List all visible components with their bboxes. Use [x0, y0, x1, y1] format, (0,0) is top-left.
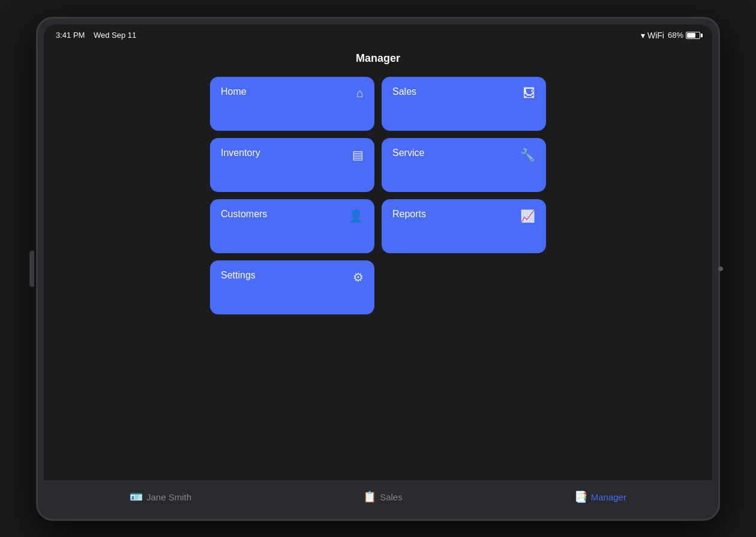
battery-fill: [687, 33, 695, 38]
wifi-icon: ▾ WiFi: [641, 31, 664, 40]
menu-tile-home-label: Home: [221, 86, 247, 97]
jane-smith-tab-icon: 🪪: [130, 490, 143, 503]
tab-jane-smith[interactable]: 🪪 Jane Smith: [118, 485, 203, 508]
tab-sales[interactable]: 📋 Sales: [351, 485, 415, 508]
time-display: 3:41 PM: [56, 31, 85, 40]
menu-tile-reports-top: Reports 📈: [392, 209, 535, 223]
home-icon: ⌂: [356, 86, 364, 100]
tab-manager[interactable]: 📑 Manager: [562, 485, 638, 508]
settings-icon: ⚙: [353, 270, 364, 284]
inventory-icon: ▤: [352, 148, 364, 162]
ipad-frame: 3:41 PM Wed Sep 11 ▾ WiFi 68% Manager: [36, 17, 720, 521]
menu-tile-home-top: Home ⌂: [221, 86, 364, 100]
menu-tile-service-label: Service: [392, 148, 424, 158]
status-right: ▾ WiFi 68%: [641, 31, 700, 40]
menu-tile-home[interactable]: Home ⌂: [210, 77, 374, 131]
tab-sales-label: Sales: [380, 492, 403, 502]
menu-tile-settings[interactable]: Settings ⚙: [210, 260, 374, 314]
battery-text: 68%: [668, 31, 683, 40]
reports-icon: 📈: [520, 209, 535, 223]
menu-tile-inventory-label: Inventory: [221, 148, 260, 158]
service-icon: 🔧: [520, 148, 535, 162]
menu-tile-sales[interactable]: Sales ⛾: [382, 77, 546, 131]
main-content: Manager Home ⌂ Sales ⛾: [44, 46, 712, 481]
menu-tile-sales-top: Sales ⛾: [392, 86, 535, 100]
tab-jane-smith-label: Jane Smith: [146, 492, 191, 502]
tab-manager-label: Manager: [591, 492, 626, 502]
menu-tile-settings-label: Settings: [221, 270, 256, 281]
customers-icon: 👤: [349, 209, 364, 223]
menu-tile-service-top: Service 🔧: [392, 148, 535, 162]
manager-tab-icon: 📑: [574, 490, 587, 503]
menu-tile-reports[interactable]: Reports 📈: [382, 199, 546, 253]
tab-bar: 🪪 Jane Smith 📋 Sales 📑 Manager: [44, 481, 712, 513]
home-button[interactable]: [29, 251, 34, 287]
menu-tile-service[interactable]: Service 🔧: [382, 138, 546, 192]
menu-tile-inventory[interactable]: Inventory ▤: [210, 138, 374, 192]
side-camera: [718, 266, 723, 271]
menu-grid: Home ⌂ Sales ⛾ Inventory ▤: [210, 77, 546, 314]
menu-tile-sales-label: Sales: [392, 86, 416, 97]
date-display: Wed Sep 11: [94, 31, 136, 40]
menu-tile-customers-top: Customers 👤: [221, 209, 364, 223]
status-bar: 3:41 PM Wed Sep 11 ▾ WiFi 68%: [44, 25, 712, 46]
menu-tile-customers-label: Customers: [221, 209, 267, 220]
menu-tile-customers[interactable]: Customers 👤: [210, 199, 374, 253]
sales-icon: ⛾: [523, 86, 535, 100]
battery-icon: [686, 32, 700, 39]
sales-tab-icon: 📋: [363, 490, 376, 503]
page-title: Manager: [356, 52, 400, 65]
menu-tile-reports-label: Reports: [392, 209, 426, 220]
status-time: 3:41 PM Wed Sep 11: [56, 31, 136, 40]
menu-tile-inventory-top: Inventory ▤: [221, 148, 364, 162]
ipad-screen: 3:41 PM Wed Sep 11 ▾ WiFi 68% Manager: [44, 25, 712, 513]
battery-container: 68%: [668, 31, 700, 40]
menu-tile-settings-top: Settings ⚙: [221, 270, 364, 284]
